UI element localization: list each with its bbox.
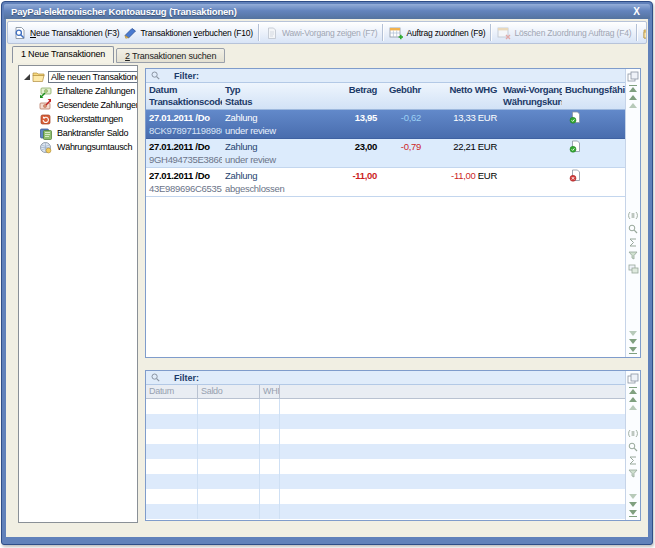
filter-funnel-icon[interactable]	[628, 469, 638, 478]
transaction-row[interactable]: 27.01.2011 /Do8CK9789711989861D Zahlungu…	[146, 110, 625, 139]
transactions-filter-bar[interactable]: Filter:	[146, 69, 625, 83]
refunds-icon	[39, 113, 52, 126]
tree-item-label: Alle neuen Transaktionen	[48, 71, 138, 83]
tree-item-rueckerstattungen[interactable]: Rückerstattungen	[19, 112, 137, 126]
tab-neue-transaktionen[interactable]: 1 Neue Transaktionen	[12, 46, 114, 63]
delete-assignment-icon	[497, 26, 511, 40]
empty-row	[146, 414, 625, 429]
scroll-to-top-icon[interactable]	[629, 387, 637, 394]
toolbar: Neue Transaktionen (F3) Transaktionen ve…	[7, 21, 647, 44]
client-area: Neue Transaktionen (F3) Transaktionen ve…	[6, 19, 648, 537]
scroll-down-page-icon[interactable]	[629, 494, 637, 499]
filter-search-icon	[151, 71, 160, 80]
scroll-to-top-icon[interactable]	[629, 85, 637, 92]
column-header-saldo[interactable]: Saldo	[198, 385, 260, 398]
tree-item-label: Währungsumtausch	[55, 142, 134, 152]
filter-label: Filter:	[174, 373, 199, 383]
column-header-gebuehr[interactable]: Gebühr	[380, 83, 424, 109]
app-window: PayPal-elektronischer Kontoauszug (Trans…	[1, 1, 653, 545]
not-bookable-icon	[569, 169, 582, 182]
scroll-down-icon[interactable]	[629, 339, 637, 344]
bookable-check-icon	[569, 140, 582, 153]
new-transactions-button[interactable]: Neue Transaktionen (F3)	[11, 23, 121, 42]
search-icon[interactable]	[628, 442, 638, 452]
folder-icon	[32, 71, 45, 83]
layout-windows-icon[interactable]	[628, 264, 639, 274]
saldo-grid: Filter: Datum Saldo WHR	[146, 371, 625, 520]
scroll-to-bottom-icon[interactable]	[629, 347, 637, 354]
edit-filter-icon[interactable]	[628, 429, 638, 438]
delete-assignment-button: Löschen Zuordnung Auftrag (F4)	[495, 23, 633, 42]
screen: PayPal-elektronischer Kontoauszug (Trans…	[0, 0, 655, 548]
scroll-up-group	[629, 387, 637, 410]
window-title: PayPal-elektronischer Kontoauszug (Trans…	[11, 6, 630, 17]
transactions-table: Filter: DatumTransaktionscode TypStatus …	[145, 68, 641, 358]
column-header-buchungsfaehig[interactable]: Buchungsfähig	[562, 83, 625, 109]
empty-row	[146, 399, 625, 414]
tree-item-alle-neuen-transaktionen[interactable]: Alle neuen Transaktionen	[19, 70, 137, 84]
details-button[interactable]: Details	[641, 23, 647, 42]
expanded-arrow-icon[interactable]	[24, 74, 30, 80]
post-transactions-button[interactable]: Transaktionen verbuchen (F10)	[121, 23, 255, 42]
column-header-whr[interactable]: WHR	[260, 385, 280, 398]
assign-order-button[interactable]: Auftrag zuordnen (F9)	[387, 23, 487, 42]
column-header-datum[interactable]: DatumTransaktionscode	[146, 83, 222, 109]
tab-strip: 1 Neue Transaktionen 2 Transaktionen suc…	[12, 46, 225, 63]
currency-exchange-icon	[39, 141, 52, 154]
tree-item-banktransfer-saldo[interactable]: Banktransfer Saldo	[19, 126, 137, 140]
scroll-down-page-icon[interactable]	[629, 331, 637, 336]
scroll-down-group	[629, 494, 637, 517]
column-header-datum[interactable]: Datum	[146, 385, 198, 398]
search-icon[interactable]	[628, 224, 638, 234]
category-tree-panel: Alle neuen Transaktionen Erhaltene Zahlu…	[18, 65, 138, 523]
sent-payments-icon	[39, 99, 52, 112]
column-header-betrag[interactable]: Betrag	[332, 83, 380, 109]
transaction-row[interactable]: 27.01.2011 /Do43E989696C6535442 Zahlunga…	[146, 168, 625, 197]
edit-filter-icon[interactable]	[628, 211, 638, 220]
scroll-up-icon[interactable]	[629, 95, 637, 100]
close-button[interactable]: X	[630, 7, 643, 17]
column-header-wawi-vorgang[interactable]: Wawi-VorgangWährungskurs	[500, 83, 562, 109]
tree-item-waehrungsumtausch[interactable]: Währungsumtausch	[19, 140, 137, 154]
tree-item-gesendete-zahlungen[interactable]: Gesendete Zahlungen	[19, 98, 137, 112]
saldo-filter-bar[interactable]: Filter:	[146, 371, 625, 385]
tab-transaktionen-suchen[interactable]: 2 Transaktionen suchen	[116, 48, 225, 63]
scroll-up-page-icon[interactable]	[629, 405, 637, 410]
empty-row	[146, 504, 625, 519]
scroll-up-page-icon[interactable]	[629, 103, 637, 108]
column-header-empty	[280, 385, 625, 398]
grid-side-strip	[625, 371, 640, 520]
column-header-netto-whg[interactable]: Netto WHG	[424, 83, 500, 109]
details-icon	[643, 26, 647, 40]
column-chooser-icon[interactable]	[627, 71, 639, 82]
column-header-typ[interactable]: TypStatus	[222, 83, 332, 109]
scroll-to-bottom-icon[interactable]	[629, 510, 637, 517]
saldo-header: Datum Saldo WHR	[146, 385, 625, 399]
grid-tools	[628, 211, 639, 274]
title-bar: PayPal-elektronischer Kontoauszug (Trans…	[4, 4, 650, 19]
sum-icon[interactable]	[628, 238, 638, 247]
grid-side-strip	[625, 69, 640, 357]
new-transactions-icon	[13, 26, 27, 40]
category-tree: Alle neuen Transaktionen Erhaltene Zahlu…	[19, 66, 137, 154]
empty-row	[146, 429, 625, 444]
tree-item-erhaltene-zahlungen[interactable]: Erhaltene Zahlungen	[19, 84, 137, 98]
scroll-up-group	[629, 85, 637, 108]
scroll-down-group	[629, 331, 637, 354]
scroll-up-icon[interactable]	[629, 397, 637, 402]
saldo-table: Filter: Datum Saldo WHR	[145, 370, 641, 521]
empty-grid-area	[146, 197, 625, 357]
show-wawi-icon	[265, 26, 279, 40]
bank-transfer-icon	[39, 127, 52, 140]
filter-funnel-icon[interactable]	[628, 251, 638, 260]
transactions-header: DatumTransaktionscode TypStatus Betrag G…	[146, 83, 625, 110]
empty-row	[146, 459, 625, 474]
empty-row	[146, 489, 625, 504]
tree-item-label: Rückerstattungen	[55, 114, 125, 124]
sum-icon[interactable]	[628, 456, 638, 465]
scroll-down-icon[interactable]	[629, 502, 637, 507]
toolbar-separator	[490, 24, 492, 41]
column-chooser-icon[interactable]	[627, 373, 639, 384]
transaction-row[interactable]: 27.01.2011 /Do9GH494735E3866936 Zahlungu…	[146, 139, 625, 168]
filter-search-icon	[151, 373, 160, 382]
